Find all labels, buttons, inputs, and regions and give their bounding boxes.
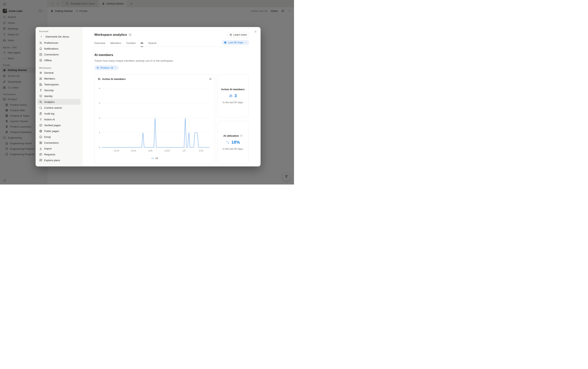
message-up-icon [39, 153, 42, 156]
menu-section-account: Account [36, 29, 82, 33]
menu-item-identity[interactable]: Identity [37, 93, 81, 99]
menu-item-label: Public pages [44, 130, 59, 133]
magnifier-plus-icon [39, 100, 42, 104]
tab-overview[interactable]: Overview [94, 41, 105, 44]
menu-item-label: Offline [44, 59, 52, 62]
badge-check-icon [39, 124, 42, 127]
svg-text:12/8: 12/8 [148, 150, 152, 152]
ai-utilization-stat-card: AI utilization 18% in the last 90 days [217, 121, 248, 164]
help-circle-icon[interactable] [129, 33, 132, 36]
stat-caption: in the last 90 days [223, 101, 243, 104]
menu-item-preferences[interactable]: Preferences [37, 40, 81, 46]
tab-members[interactable]: Members [110, 41, 121, 44]
section-title: AI members [94, 53, 249, 57]
product-filter-dropdown[interactable]: Product: All [94, 65, 119, 70]
menu-item-label: Members [44, 77, 55, 80]
scroll-icon [39, 112, 42, 115]
svg-text:11/10: 11/10 [114, 150, 119, 152]
learn-more-button[interactable]: Learn more [227, 32, 249, 37]
help-circle-icon[interactable] [240, 134, 242, 137]
svg-text:2: 2 [99, 117, 100, 119]
svg-text:3: 3 [99, 102, 100, 104]
menu-item-explore-plans[interactable]: Explore plans [37, 157, 81, 163]
menu-item-audit-log[interactable]: Audit log [37, 111, 81, 116]
menu-item-account-user[interactable]: D Dianmarie De Jesus [37, 33, 81, 40]
key-icon [39, 89, 42, 92]
section-description: Tracks how many unique members actively … [94, 59, 249, 62]
people-icon [39, 77, 42, 80]
menu-item-content-search[interactable]: Content search [37, 105, 81, 111]
chevron-down-icon [245, 41, 247, 44]
download-arrow-icon [39, 147, 42, 150]
menu-item-label: Notifications [44, 47, 59, 50]
menu-item-verified-pages[interactable]: Verified pages [37, 122, 81, 128]
arrow-up-right-square-icon [39, 53, 42, 56]
gear-icon [39, 71, 42, 74]
smiley-icon [39, 135, 42, 139]
menu-item-label: Teamspaces [44, 83, 59, 86]
settings-menu: Account D Dianmarie De Jesus Preferences… [36, 27, 82, 166]
menu-item-label: Dianmarie De Jesus [45, 35, 69, 38]
line-chart: 0123411/1011/2412/812/221/51/19 [94, 75, 215, 164]
date-range-dropdown[interactable]: Last 90 Days [222, 40, 249, 45]
menu-item-analytics[interactable]: Analytics [37, 99, 81, 105]
map-icon [39, 159, 42, 162]
menu-item-requests[interactable]: Requests [37, 152, 81, 157]
menu-item-label: Notion AI [44, 118, 55, 121]
menu-item-label: Connections [44, 53, 59, 56]
tab-search[interactable]: Search [148, 41, 156, 44]
menu-item-notifications[interactable]: Notifications [37, 46, 81, 51]
menu-item-offline[interactable]: Offline [37, 57, 81, 63]
ai-face-icon [39, 118, 42, 121]
help-circle-icon [229, 33, 232, 36]
menu-item-emoji[interactable]: Emoji [37, 134, 81, 140]
stat-value: 18% [231, 140, 240, 145]
menu-item-label: Identity [44, 95, 53, 98]
sliders-icon[interactable] [209, 77, 212, 81]
download-circle-icon [39, 59, 42, 62]
building-icon [39, 83, 42, 86]
menu-item-members[interactable]: Members [37, 76, 81, 82]
legend-swatch [151, 158, 154, 159]
menu-item-label: Security [44, 89, 54, 92]
menu-item-label: Connections [44, 141, 59, 144]
avatar: D [39, 34, 44, 39]
stat-title: AI utilization [223, 134, 239, 137]
globe-icon [39, 130, 42, 133]
stat-caption: in the last 90 days [223, 147, 243, 150]
menu-item-import[interactable]: Import [37, 146, 81, 152]
chevron-down-icon [114, 67, 116, 69]
menu-section-workspace: Workspace [36, 66, 82, 70]
svg-text:1/19: 1/19 [199, 150, 203, 152]
menu-item-label: Analytics [44, 101, 55, 103]
menu-item-security[interactable]: Security [37, 87, 81, 93]
menu-item-connections-workspace[interactable]: Connections [37, 140, 81, 146]
svg-text:11/24: 11/24 [131, 150, 136, 152]
menu-item-connections-account[interactable]: Connections [37, 51, 81, 57]
menu-item-label: Emoji [44, 135, 51, 138]
search-icon [39, 106, 42, 110]
grid-icon [39, 141, 42, 144]
menu-item-label: Content search [44, 106, 62, 109]
sparkles-icon [226, 140, 230, 144]
legend-label: All [155, 157, 158, 160]
magnifier-plus-icon [96, 66, 99, 69]
svg-text:12/22: 12/22 [164, 150, 170, 152]
svg-text:0: 0 [99, 146, 100, 149]
tab-content[interactable]: Content [126, 41, 135, 44]
svg-text:1: 1 [99, 132, 100, 134]
menu-item-notion-ai[interactable]: Notion AI [37, 116, 81, 122]
analytics-panel: Workspace analytics Learn more Overview … [82, 27, 260, 166]
menu-item-general[interactable]: General [37, 70, 81, 76]
menu-item-label: Verified pages [44, 124, 61, 127]
stat-value: 3 [234, 93, 237, 98]
analytics-tabs: Overview Members Content AI Search Last … [94, 41, 249, 47]
menu-item-public-pages[interactable]: Public pages [37, 128, 81, 134]
panel-title: Workspace analytics [94, 33, 127, 37]
close-icon[interactable] [254, 30, 257, 33]
tab-ai[interactable]: AI [141, 41, 143, 44]
menu-item-label: Import [44, 147, 52, 150]
menu-item-teamspaces[interactable]: Teamspaces [37, 82, 81, 87]
stat-title: Active AI members [221, 88, 245, 91]
active-ai-members-stat-card: Active AI members 3 in the last 90 days [217, 74, 248, 117]
